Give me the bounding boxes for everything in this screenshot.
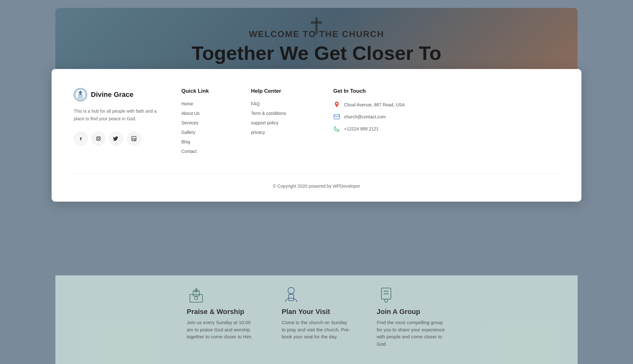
praise-worship-card: Praise & Worship Join us every Sunday at… bbox=[187, 285, 256, 341]
hero-section: WELCOME TO THE CHURCH Together We Get Cl… bbox=[55, 8, 578, 70]
nav-contact[interactable]: Contact bbox=[181, 149, 232, 154]
praise-worship-text: Join us every Sunday at 10:00 am to prai… bbox=[187, 319, 256, 341]
join-group-title: Join A Group bbox=[377, 308, 420, 316]
bottom-cards-section: Praise & Worship Join us every Sunday at… bbox=[55, 275, 578, 364]
join-group-icon bbox=[377, 285, 396, 304]
brand-logo: Divine Grace bbox=[74, 88, 162, 101]
plan-visit-title: Plan Your Visit bbox=[282, 308, 330, 316]
svg-point-23 bbox=[97, 138, 99, 140]
footer-bottom: © Copyright 2020 powered by WPDeveloper bbox=[74, 174, 559, 189]
join-group-text: Find the most compelling group for you t… bbox=[377, 319, 446, 348]
copyright-text: © Copyright 2020 powered by WPDeveloper bbox=[273, 184, 360, 189]
social-icons-group bbox=[74, 132, 162, 146]
help-terms[interactable]: Term & conditions bbox=[251, 111, 314, 116]
nav-gallery[interactable]: Gallery bbox=[181, 130, 232, 135]
nav-services[interactable]: Services bbox=[181, 120, 232, 125]
phone-icon bbox=[333, 125, 340, 132]
email-text: church@contact.com bbox=[344, 114, 386, 119]
email-item: church@contact.com bbox=[333, 113, 559, 120]
facebook-button[interactable] bbox=[74, 132, 88, 146]
praise-worship-title: Praise & Worship bbox=[187, 308, 244, 316]
address-text: Cloud Avenue, 887 Road, USA bbox=[344, 102, 405, 107]
plan-visit-icon bbox=[282, 285, 301, 304]
svg-rect-21 bbox=[79, 91, 82, 92]
help-center-title: Help Center bbox=[251, 88, 314, 94]
email-icon bbox=[333, 113, 340, 120]
praise-worship-icon bbox=[187, 285, 206, 304]
footer-brand-column: Divine Grace This is a hub for all peopl… bbox=[74, 88, 162, 158]
address-item: Cloud Avenue, 887 Road, USA bbox=[333, 101, 559, 108]
phone-text: +12224 889 2121 bbox=[344, 126, 379, 131]
plan-visit-card: Plan Your Visit Come to the church on Su… bbox=[282, 285, 351, 341]
footer-overlay: Divine Grace This is a hub for all peopl… bbox=[52, 69, 581, 202]
twitter-button[interactable] bbox=[109, 132, 123, 146]
get-in-touch-title: Get In Touch bbox=[333, 88, 559, 94]
brand-logo-icon bbox=[74, 88, 87, 101]
brand-name: Divine Grace bbox=[91, 91, 134, 99]
get-in-touch-column: Get In Touch Cloud Avenue, 887 Road, USA… bbox=[333, 88, 559, 158]
svg-point-27 bbox=[133, 137, 133, 138]
linkedin-button[interactable] bbox=[127, 132, 141, 146]
svg-rect-1 bbox=[311, 21, 322, 23]
svg-rect-2 bbox=[190, 294, 203, 302]
tagline-text: Together We Get Closer To bbox=[192, 42, 442, 64]
help-faq[interactable]: FAQ bbox=[251, 101, 314, 106]
svg-rect-19 bbox=[78, 95, 83, 99]
nav-home[interactable]: Home bbox=[181, 101, 232, 106]
instagram-button[interactable] bbox=[91, 132, 105, 146]
join-group-card: Join A Group Find the most compelling gr… bbox=[377, 285, 446, 348]
welcome-text: WELCOME TO THE CHURCH bbox=[249, 29, 384, 39]
svg-point-7 bbox=[288, 287, 294, 294]
quick-link-column: Quick Link Home About Us Services Galler… bbox=[181, 88, 232, 158]
location-icon bbox=[333, 101, 340, 108]
svg-rect-26 bbox=[133, 138, 133, 140]
svg-rect-11 bbox=[384, 293, 389, 294]
plan-visit-text: Come to the church on Sunday to pray and… bbox=[282, 319, 351, 341]
svg-rect-8 bbox=[289, 294, 294, 301]
svg-point-24 bbox=[99, 137, 100, 138]
svg-point-12 bbox=[385, 299, 388, 302]
phone-item: +12224 889 2121 bbox=[333, 125, 559, 132]
nav-blog[interactable]: Blog bbox=[181, 139, 232, 144]
quick-link-title: Quick Link bbox=[181, 88, 232, 94]
nav-about-us[interactable]: About Us bbox=[181, 111, 232, 116]
help-support-policy[interactable]: support policy bbox=[251, 120, 314, 125]
help-center-column: Help Center FAQ Term & conditions suppor… bbox=[251, 88, 314, 158]
svg-rect-10 bbox=[384, 291, 389, 292]
svg-rect-28 bbox=[334, 115, 340, 119]
svg-rect-5 bbox=[193, 290, 199, 291]
brand-description: This is a hub for all people with faith … bbox=[74, 108, 162, 123]
help-privacy[interactable]: privacy bbox=[251, 130, 314, 135]
footer-main-content: Divine Grace This is a hub for all peopl… bbox=[74, 88, 559, 174]
svg-point-6 bbox=[195, 297, 198, 300]
